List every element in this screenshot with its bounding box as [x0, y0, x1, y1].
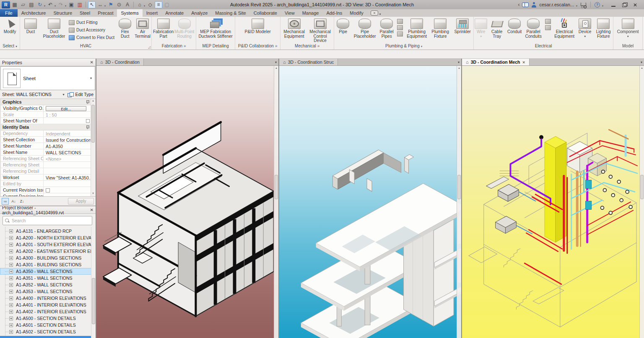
properties-close-icon[interactable]	[90, 60, 93, 65]
edit-type-icon[interactable]	[68, 92, 73, 97]
list-item[interactable]: A1-A201 - SOUTH EXTERIOR ELEVATION	[0, 241, 96, 248]
panel-caption-fabrication[interactable]: Fabrication	[152, 43, 196, 49]
list-item[interactable]: A1-A351 - WALL SECTIONS	[0, 275, 96, 281]
panel-caption-electrical[interactable]: Electrical	[474, 43, 613, 49]
expand-icon[interactable]	[9, 263, 13, 267]
scroll-up-icon[interactable]	[91, 99, 95, 104]
scroll-up-icon[interactable]	[457, 66, 461, 70]
tab-systems[interactable]: Systems	[117, 9, 142, 17]
close-view-icon[interactable]	[522, 60, 526, 65]
air-terminal-button[interactable]: Air Terminal	[134, 17, 151, 39]
visibility-graphics-edit-button[interactable]: Edit...	[46, 106, 86, 111]
list-item[interactable]: A1-A200 - NORTH EXTERIOR ELEVATION	[0, 234, 96, 241]
dimension-caret-icon[interactable]: ▾	[104, 4, 106, 7]
tab-massing-site[interactable]: Massing & Site	[211, 9, 249, 17]
modify-button[interactable]: Modify	[1, 17, 19, 34]
tab-collaborate[interactable]: Collaborate	[250, 9, 281, 17]
revision-checkbox[interactable]	[46, 188, 50, 192]
keynote-icon[interactable]: ⊙	[115, 1, 123, 8]
expand-icon[interactable]	[9, 256, 13, 260]
cable-tray-button[interactable]: Cable Tray	[488, 17, 506, 39]
sort-descending-icon[interactable]: Z↓	[18, 198, 26, 205]
pipe-button[interactable]: Pipe	[334, 17, 352, 34]
close-button[interactable]	[633, 3, 638, 7]
properties-filter-icon[interactable]: ≔	[2, 198, 9, 205]
store-cart-icon[interactable]	[580, 3, 587, 7]
edit-type-button[interactable]: Edit Type	[75, 92, 93, 97]
partially-visible-row[interactable]	[0, 336, 96, 338]
scrollbar-thumb[interactable]	[275, 175, 278, 199]
expand-icon[interactable]	[9, 236, 13, 240]
panel-caption-pid[interactable]: P&ID Collaboration	[235, 43, 280, 49]
redo-caret-icon[interactable]: ▾	[65, 4, 66, 7]
sync-caret-icon[interactable]: ▾	[44, 4, 45, 7]
expand-icon[interactable]	[9, 303, 13, 307]
view-canvas-coordination-mech[interactable]	[462, 66, 644, 338]
scrollbar-thumb[interactable]	[91, 105, 95, 143]
scrollbar-thumb[interactable]	[640, 175, 644, 199]
thin-lines-icon[interactable]: ≡	[155, 1, 162, 8]
lighting-fixture-button[interactable]: Lighting Fixture	[594, 17, 613, 39]
device-button[interactable]: Device	[576, 17, 594, 38]
sync-icon[interactable]: ↻	[36, 1, 44, 8]
view-tab-coordination-mech[interactable]: 3D - Coordination Mech	[462, 59, 530, 65]
pin-icon[interactable]	[86, 100, 89, 104]
browser-scrollbar[interactable]	[91, 227, 96, 338]
mechanical-control-device-button[interactable]: Mechanical Control Device	[307, 17, 333, 43]
section-identity-data[interactable]: Identity Data	[1, 124, 91, 130]
expand-icon[interactable]	[9, 296, 13, 300]
modify-select-icon[interactable]: ↖	[88, 1, 96, 8]
3d-view-caret-icon[interactable]: ▾	[144, 4, 145, 7]
electrical-equipment-button[interactable]: Electrical Equipment	[553, 17, 576, 39]
view-tab-coordination[interactable]: 3D - Coordination	[96, 59, 144, 65]
help-icon[interactable]: ?	[595, 2, 600, 8]
tab-analyze[interactable]: Analyze	[187, 9, 211, 17]
text-icon[interactable]: A	[124, 1, 131, 8]
project-browser-header[interactable]: Project Browser - arch_buildinga1_144104…	[0, 206, 96, 214]
aligned-dimension-icon[interactable]: ↔	[96, 1, 104, 8]
list-item[interactable]: A1-A353 - WALL SECTIONS	[0, 288, 96, 295]
duct-accessory-button[interactable]: Duct Accessory	[69, 27, 114, 33]
pipe-accessory-icon[interactable]	[397, 25, 403, 30]
wire-button[interactable]: Wire	[474, 17, 488, 38]
panel-caption-model[interactable]: Model	[613, 43, 642, 49]
parallel-conduits-button[interactable]: Parallel Conduits	[523, 17, 543, 39]
value-box[interactable]	[86, 119, 90, 123]
tab-modify[interactable]: Modify	[346, 9, 367, 17]
close-inactive-icon[interactable]: ▢	[163, 1, 171, 8]
view-tab-overflow-icon[interactable]	[275, 59, 278, 65]
redo-icon[interactable]: ↷	[57, 1, 65, 8]
tab-manage[interactable]: Manage	[299, 9, 323, 17]
scrollbar-thumb[interactable]	[92, 278, 95, 324]
list-item[interactable]: A1-A352 - WALL SECTIONS	[0, 281, 96, 288]
list-item-selected[interactable]: A1-A350 - WALL SECTIONS	[0, 268, 96, 275]
view-scrollbar[interactable]	[639, 66, 644, 338]
list-item[interactable]: A1-A300 - BUILDING SECTIONS	[0, 255, 96, 261]
save-icon[interactable]: ▤	[28, 1, 35, 8]
property-row[interactable]: Sheet NameWALL SECTIONS	[1, 149, 91, 156]
pipe-fitting-icon[interactable]	[397, 19, 403, 24]
multi-point-routing-button[interactable]: Multi-Point Routing	[174, 17, 195, 39]
search-input[interactable]	[12, 218, 90, 223]
expand-icon[interactable]	[9, 283, 13, 287]
tab-annotate[interactable]: Annotate	[161, 9, 187, 17]
flex-pipe-icon[interactable]	[397, 31, 403, 36]
tab-view[interactable]: View	[281, 9, 299, 17]
property-row[interactable]: Current Revision Issu...	[1, 187, 91, 193]
pin-icon[interactable]	[86, 125, 89, 129]
property-row[interactable]: DependencyIndependent	[1, 130, 91, 137]
property-row[interactable]: Referencing Sheet	[1, 162, 91, 168]
property-row[interactable]: Scale 1 : 50	[1, 112, 91, 118]
collapse-infocenter-icon[interactable]: ‹	[518, 2, 519, 8]
flex-duct-button[interactable]: Flex Duct	[116, 17, 134, 39]
properties-header[interactable]: Properties	[0, 59, 96, 66]
expand-icon[interactable]	[9, 290, 13, 294]
expand-icon[interactable]	[9, 323, 13, 327]
expand-icon[interactable]	[9, 243, 13, 247]
list-item[interactable]: A1-A402 - INTERIOR ELEVATIONS	[0, 308, 96, 315]
plumbing-fixture-button[interactable]: Plumbing Fixture	[429, 17, 452, 39]
conduit-button[interactable]: Conduit	[506, 17, 523, 34]
duct-button[interactable]: Duct	[20, 17, 41, 34]
panel-caption-plumbing[interactable]: Plumbing & Piping	[334, 43, 473, 49]
default-3d-view-icon[interactable]: ⌂	[136, 1, 143, 8]
